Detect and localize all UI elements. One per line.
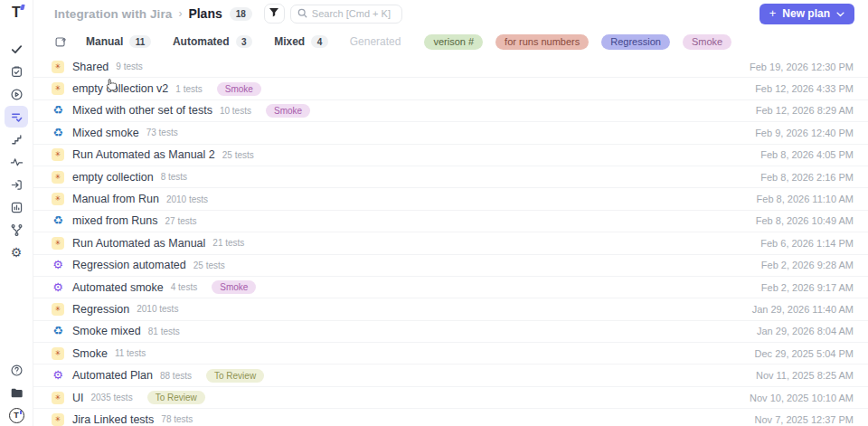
page-title: Plans bbox=[188, 6, 222, 21]
app-logo[interactable]: T bbox=[12, 4, 21, 22]
plan-type-manual-icon: ✳ bbox=[52, 171, 64, 184]
filter-tag[interactable]: verison # bbox=[424, 34, 483, 50]
plan-row[interactable]: ✳empty collection8 testsFeb 8, 2026 2:16… bbox=[33, 166, 868, 188]
tab-mixed[interactable]: Mixed4 bbox=[274, 35, 328, 48]
plan-type-mixed-icon: ♻ bbox=[52, 127, 64, 139]
plan-row[interactable]: ⚙Automated Plan88 testsTo ReviewNov 11, … bbox=[33, 364, 868, 386]
plan-row[interactable]: ✳Smoke11 testsDec 29, 2025 5:04 PM bbox=[33, 343, 868, 364]
help-icon bbox=[10, 364, 24, 377]
plan-type-manual-icon: ✳ bbox=[52, 148, 64, 161]
plan-name: Regression bbox=[72, 303, 129, 316]
sidebar-item-analytics[interactable] bbox=[5, 151, 28, 173]
plan-tests-count: 73 tests bbox=[146, 128, 178, 137]
sidebar-item-tests[interactable] bbox=[5, 38, 28, 60]
plan-updated-date: Nov 7, 2025 12:37 PM bbox=[755, 414, 854, 425]
plan-row[interactable]: ⚙Automated smoke4 testsSmokeFeb 2, 2026 … bbox=[33, 277, 868, 298]
plan-type-manual-icon: ✳ bbox=[52, 193, 64, 205]
plan-tests-count: 8 tests bbox=[161, 172, 187, 182]
search-input[interactable] bbox=[312, 8, 395, 19]
sidebar-item-runs[interactable] bbox=[5, 83, 28, 105]
plan-updated-date: Dec 29, 2025 5:04 PM bbox=[755, 348, 854, 359]
plan-type-mixed-icon: ♻ bbox=[52, 104, 64, 117]
plan-list: ✳Shared9 testsFeb 19, 2026 12:30 PM✳empt… bbox=[33, 56, 868, 426]
tab-count-badge: 4 bbox=[311, 35, 328, 48]
plan-row[interactable]: ✳Manual from Run2010 testsFeb 8, 2026 11… bbox=[33, 188, 868, 210]
sidebar-item-help[interactable] bbox=[5, 359, 28, 381]
plan-tag-badge: To Review bbox=[206, 369, 264, 383]
filter-tag[interactable]: Smoke bbox=[683, 34, 731, 50]
sidebar-item-milestones[interactable] bbox=[5, 128, 28, 150]
plan-row[interactable]: ♻Smoke mixed81 testsJan 29, 2026 8:04 AM bbox=[33, 321, 868, 343]
tab-count-badge: 11 bbox=[129, 35, 151, 48]
plan-row[interactable]: ✳UI2035 testsTo ReviewNov 10, 2025 10:10… bbox=[33, 387, 868, 409]
plan-row[interactable]: ♻mixed from Runs27 testsFeb 8, 2026 10:4… bbox=[33, 211, 868, 232]
plan-tests-count: 2035 tests bbox=[91, 393, 133, 402]
plan-name: Regression automated bbox=[72, 259, 186, 271]
filter-button[interactable] bbox=[264, 4, 285, 24]
plan-updated-date: Feb 8, 2026 2:16 PM bbox=[760, 172, 854, 183]
clipboard-check-icon bbox=[10, 65, 24, 79]
plan-type-mixed-icon: ♻ bbox=[52, 325, 64, 337]
sidebar-item-projects[interactable] bbox=[5, 382, 28, 403]
plan-name: Mixed with other set of tests bbox=[72, 104, 212, 117]
plan-tests-count: 1 tests bbox=[175, 84, 202, 94]
app-window: T ⚙ bbox=[0, 0, 868, 426]
plan-row[interactable]: ✳Jira Linked tests78 testsNov 7, 2025 12… bbox=[33, 409, 868, 426]
sidebar-item-branches[interactable] bbox=[5, 219, 28, 241]
sidebar: T ⚙ bbox=[0, 0, 33, 426]
tab-count-badge: 3 bbox=[236, 35, 253, 48]
plan-updated-date: Jan 29, 2026 11:40 AM bbox=[752, 304, 854, 315]
plan-type-manual-icon: ✳ bbox=[52, 347, 64, 360]
filter-funnel-icon bbox=[269, 7, 279, 21]
plan-row[interactable]: ✳Run Automated as Manual21 testsFeb 6, 2… bbox=[33, 232, 868, 254]
sidebar-item-profile[interactable]: T bbox=[5, 404, 28, 426]
plan-updated-date: Feb 6, 2026 1:14 PM bbox=[760, 238, 854, 249]
plan-name: Run Automated as Manual 2 bbox=[72, 148, 215, 161]
filter-tag[interactable]: for runs numbers bbox=[495, 34, 589, 50]
profile-avatar: T bbox=[9, 408, 24, 423]
bulk-edit-icon[interactable] bbox=[54, 35, 67, 48]
breadcrumb-project[interactable]: Integration with Jira bbox=[54, 7, 172, 21]
sidebar-item-reports[interactable] bbox=[5, 196, 28, 218]
folder-icon bbox=[10, 386, 24, 400]
plan-updated-date: Jan 29, 2026 8:04 AM bbox=[757, 326, 854, 336]
sidebar-item-settings[interactable]: ⚙ bbox=[5, 241, 28, 263]
plan-tests-count: 10 tests bbox=[220, 106, 251, 116]
steps-icon bbox=[10, 133, 24, 147]
plans-count-badge: 18 bbox=[230, 7, 252, 21]
plan-tests-count: 88 tests bbox=[160, 371, 192, 381]
plan-updated-date: Feb 12, 2026 8:29 AM bbox=[756, 105, 854, 116]
sidebar-item-suites[interactable] bbox=[5, 61, 28, 82]
plan-tests-count: 9 tests bbox=[116, 62, 142, 71]
plan-tests-count: 78 tests bbox=[161, 414, 193, 424]
plan-updated-date: Feb 2, 2026 9:17 AM bbox=[761, 282, 854, 293]
filter-tags: verison #for runs numbersRegressionSmoke bbox=[424, 34, 731, 50]
branch-icon bbox=[10, 223, 24, 237]
tab-automated[interactable]: Automated3 bbox=[173, 35, 252, 48]
plan-tests-count: 4 tests bbox=[171, 282, 197, 292]
plan-updated-date: Feb 9, 2026 12:40 PM bbox=[755, 128, 854, 138]
report-chart-icon bbox=[10, 201, 24, 214]
plan-row[interactable]: ✳Run Automated as Manual 225 testsFeb 8,… bbox=[33, 145, 868, 166]
plan-updated-date: Nov 11, 2025 8:25 AM bbox=[756, 370, 854, 381]
search-box[interactable] bbox=[290, 5, 402, 24]
plan-row[interactable]: ♻Mixed smoke73 testsFeb 9, 2026 12:40 PM bbox=[33, 122, 868, 144]
tab-label: Automated bbox=[173, 35, 230, 48]
plan-row[interactable]: ✳empty collection v21 testsSmokeFeb 12, … bbox=[33, 78, 868, 99]
new-plan-button[interactable]: + New plan bbox=[760, 4, 854, 24]
plan-row[interactable]: ⚙Regression automated25 testsFeb 2, 2026… bbox=[33, 255, 868, 277]
import-icon bbox=[10, 178, 24, 192]
tab-manual[interactable]: Manual11 bbox=[86, 35, 151, 48]
plan-updated-date: Feb 2, 2026 9:28 AM bbox=[761, 260, 854, 270]
plan-row[interactable]: ✳Shared9 testsFeb 19, 2026 12:30 PM bbox=[33, 56, 868, 78]
plan-name: Automated smoke bbox=[72, 281, 164, 294]
filter-tag[interactable]: Regression bbox=[601, 34, 670, 50]
new-plan-label: New plan bbox=[782, 7, 830, 20]
plan-row[interactable]: ✳Regression2010 testsJan 29, 2026 11:40 … bbox=[33, 298, 868, 320]
plan-updated-date: Nov 10, 2025 10:10 AM bbox=[750, 393, 854, 403]
tab-generated[interactable]: Generated bbox=[350, 35, 401, 48]
sidebar-item-pulls[interactable] bbox=[5, 174, 28, 195]
sidebar-item-plans[interactable] bbox=[5, 106, 28, 128]
plan-name: Automated Plan bbox=[72, 369, 153, 382]
plan-row[interactable]: ♻Mixed with other set of tests10 testsSm… bbox=[33, 100, 868, 122]
